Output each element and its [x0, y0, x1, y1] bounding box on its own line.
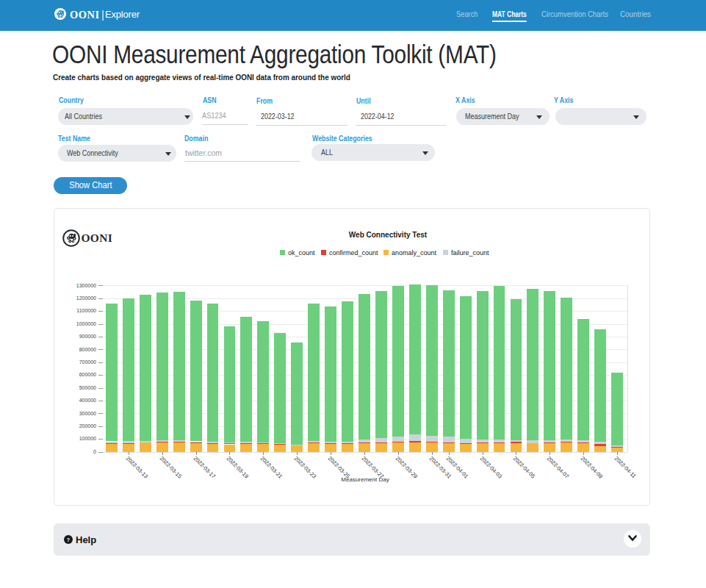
svg-text:?: ? — [67, 537, 70, 542]
